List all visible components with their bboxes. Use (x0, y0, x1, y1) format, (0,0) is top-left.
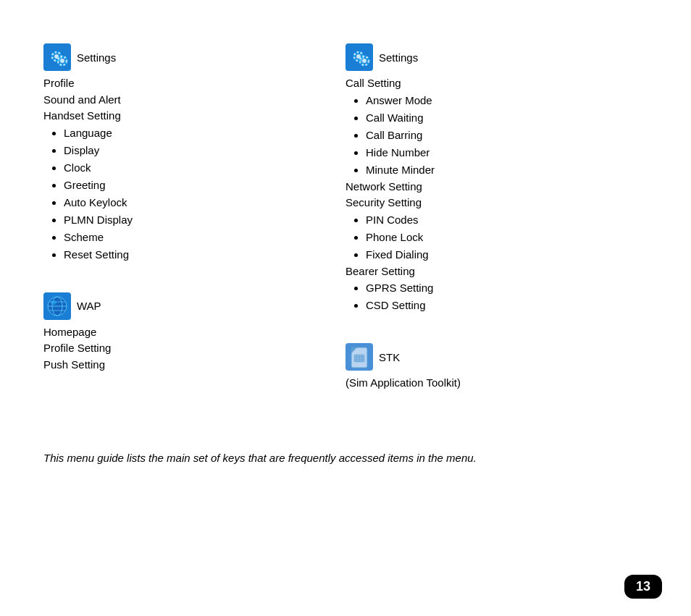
bullet-scheme: Scheme (64, 229, 331, 246)
bullet-greeting: Greeting (64, 177, 331, 194)
handset-bullet-list: Language Display Clock Greeting Auto Key… (64, 125, 331, 263)
svg-point-18 (362, 59, 367, 63)
bullet-call-waiting: Call Waiting (366, 109, 633, 127)
bearer-setting-item: Bearer Setting (346, 263, 633, 280)
bullet-plmn: PLMN Display (64, 211, 331, 229)
bullet-phone-lock: Phone Lock (366, 229, 633, 246)
svg-point-13 (51, 300, 56, 305)
bullet-pin-codes: PIN Codes (366, 211, 633, 229)
bullet-reset: Reset Setting (64, 246, 331, 263)
wap-title: WAP (77, 300, 101, 312)
right-settings-title: Settings (379, 51, 418, 64)
bullet-call-barring: Call Barring (366, 127, 633, 144)
bullet-autokeylock: Auto Keylock (64, 194, 331, 211)
bearer-bullet-list: GPRS Setting CSD Setting (366, 279, 633, 314)
stk-title: STK (379, 351, 400, 363)
push-setting-item: Push Setting (43, 357, 331, 374)
stk-icon (346, 343, 373, 371)
wap-icon (43, 292, 71, 320)
security-setting-item: Security Setting (346, 195, 633, 211)
bullet-csd: CSD Setting (366, 297, 633, 314)
footer-note: This menu guide lists the main set of ke… (43, 450, 637, 467)
bullet-answer-mode: Answer Mode (366, 92, 633, 109)
bullet-fixed-dialing: Fixed Dialing (366, 246, 633, 263)
bullet-display: Display (64, 142, 331, 159)
sound-alert-item: Sound and Alert (43, 92, 331, 109)
bullet-gprs: GPRS Setting (366, 279, 633, 297)
bullet-clock: Clock (64, 159, 331, 177)
bullet-language: Language (64, 125, 331, 142)
profile-item: Profile (43, 75, 331, 92)
bullet-minute-minder: Minute Minder (366, 161, 633, 179)
settings-icon-left (43, 43, 71, 71)
network-setting-item: Network Setting (346, 179, 633, 195)
profile-setting-item: Profile Setting (43, 340, 331, 357)
bullet-hide-number: Hide Number (366, 144, 633, 161)
settings-icon-right (346, 43, 373, 71)
stk-subtitle: (Sim Application Toolkit) (346, 375, 633, 392)
svg-point-4 (60, 59, 64, 63)
security-bullet-list: PIN Codes Phone Lock Fixed Dialing (366, 211, 633, 263)
page-number: 13 (624, 575, 662, 599)
handset-setting-item: Handset Setting (43, 108, 331, 125)
homepage-item: Homepage (43, 324, 331, 341)
call-bullet-list: Answer Mode Call Waiting Call Barring Hi… (366, 92, 633, 179)
left-settings-title: Settings (77, 51, 116, 64)
call-setting-item: Call Setting (346, 75, 633, 92)
